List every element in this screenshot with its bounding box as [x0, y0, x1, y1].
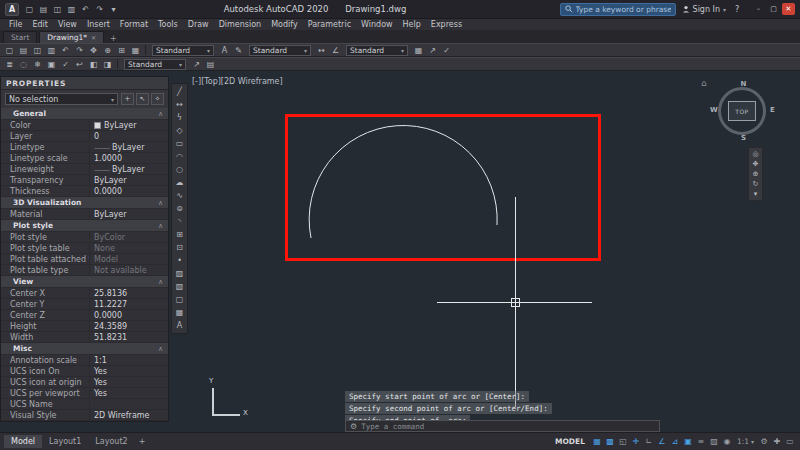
save-icon[interactable]: ◫	[31, 44, 44, 56]
region-tool-icon[interactable]: ▢	[172, 293, 187, 306]
zoom-icon[interactable]: ⊕	[749, 169, 762, 179]
property-row-plot-table-attached-to[interactable]: Plot table attached toModel	[1, 254, 168, 265]
property-row-width[interactable]: Width51.8231	[1, 332, 168, 343]
point-tool-icon[interactable]: •	[172, 254, 187, 267]
property-row-transparency[interactable]: TransparencyByLayer	[1, 175, 168, 186]
property-row-ucs-per-viewport[interactable]: UCS per viewportYes	[1, 388, 168, 399]
insert-block-tool-icon[interactable]: ⊞	[172, 228, 187, 241]
property-row-center-x[interactable]: Center X25.8136	[1, 288, 168, 299]
select-objects-button[interactable]: ↖	[136, 93, 149, 105]
text-style-combo[interactable]: Standard▾	[152, 45, 214, 56]
app-logo[interactable]: A	[5, 3, 19, 16]
command-line[interactable]: ⚙	[345, 420, 660, 432]
toggle-pickadd-button[interactable]: +	[121, 93, 134, 105]
pan-realtime-icon[interactable]: ✥	[87, 44, 100, 56]
property-row-thickness[interactable]: Thickness0.0000	[1, 186, 168, 197]
menu-tools[interactable]: Tools	[153, 20, 183, 29]
table-tool-icon[interactable]: ▦	[172, 306, 187, 319]
plot-icon[interactable]: ▥	[65, 3, 78, 15]
layout-tab-layout2[interactable]: Layout2	[88, 435, 134, 448]
new-drawing-tab-button[interactable]: +	[106, 34, 121, 43]
command-input[interactable]	[361, 422, 655, 431]
drawing-workspace[interactable]: [-][Top][2D Wireframe] ⌂ N S W E TOP ◎✥⊕…	[0, 71, 800, 432]
section-header-misc[interactable]: Misc∧	[1, 343, 168, 355]
viewcube-west[interactable]: W	[710, 106, 718, 114]
add-leader-icon[interactable]: ↗	[190, 58, 203, 70]
menu-insert[interactable]: Insert	[82, 20, 115, 29]
ellipse-arc-tool-icon[interactable]: ◝	[172, 215, 187, 228]
layer-isolate-icon[interactable]: ◨	[101, 58, 114, 70]
viewport-controls-label[interactable]: [-][Top][2D Wireframe]	[192, 77, 283, 86]
revision-cloud-tool-icon[interactable]: ☁	[172, 176, 187, 189]
viewcube-north[interactable]: N	[741, 80, 747, 88]
property-row-plot-table-type[interactable]: Plot table typeNot available	[1, 265, 168, 276]
layer-lock-icon[interactable]: ▣	[45, 58, 58, 70]
property-row-linetype[interactable]: Linetype———ByLayer	[1, 142, 168, 153]
property-row-center-z[interactable]: Center Z0.0000	[1, 310, 168, 321]
ellipse-tool-icon[interactable]: ⊜	[172, 202, 187, 215]
construction-line-tool-icon[interactable]: ↔	[172, 98, 187, 111]
property-row-annotation-scale[interactable]: Annotation scale1:1	[1, 355, 168, 366]
layer-freeze-icon[interactable]: ❄	[31, 58, 44, 70]
dimension-style-combo[interactable]: Standard▾	[249, 45, 311, 56]
arc-tool-icon[interactable]: ◠	[172, 150, 187, 163]
table-style-combo[interactable]: Standard▾	[346, 45, 408, 56]
table-icon[interactable]: ▦	[412, 44, 425, 56]
infer-constraints-toggle[interactable]: ◱	[617, 436, 629, 448]
spline-tool-icon[interactable]: ∿	[172, 189, 187, 202]
new-file-icon[interactable]: ▢	[23, 3, 36, 15]
property-row-ucs-icon-at-origin[interactable]: UCS icon at originYes	[1, 377, 168, 388]
annotate-icon[interactable]: ✎	[232, 44, 245, 56]
property-row-color[interactable]: ColorByLayer	[1, 120, 168, 131]
polyline-tool-icon[interactable]: ϟ	[172, 111, 187, 124]
property-row-plot-style[interactable]: Plot styleByColor	[1, 232, 168, 243]
open-file-icon[interactable]: ▤	[37, 3, 50, 15]
undo-icon[interactable]: ↶	[79, 3, 92, 15]
multileader-style-combo[interactable]: Standard▾	[124, 59, 186, 70]
redo-icon[interactable]: ↷	[93, 3, 106, 15]
menu-format[interactable]: Format	[115, 20, 153, 29]
property-row-material[interactable]: MaterialByLayer	[1, 209, 168, 220]
file-tab-start[interactable]: Start	[3, 31, 37, 43]
layout-tab-model[interactable]: Model	[4, 435, 42, 448]
menu-express[interactable]: Express	[426, 20, 467, 29]
layout-tab-layout1[interactable]: Layout1	[42, 435, 88, 448]
section-header-general[interactable]: General∧	[1, 108, 168, 120]
orbit-icon[interactable]: ↻	[749, 179, 762, 189]
navbar-menu-icon[interactable]: ▾	[749, 189, 762, 199]
new-layout-button[interactable]: +	[135, 435, 150, 448]
menu-edit[interactable]: Edit	[27, 20, 53, 29]
angular-dimension-icon[interactable]: ∠	[329, 44, 342, 56]
match-properties-icon[interactable]: ✓	[440, 44, 453, 56]
file-tab-drawing1[interactable]: Drawing1*✕	[39, 31, 104, 43]
linear-dimension-icon[interactable]: ↔	[315, 44, 328, 56]
gradient-tool-icon[interactable]: ▧	[172, 280, 187, 293]
property-row-ucs-icon-on[interactable]: UCS icon OnYes	[1, 366, 168, 377]
rectangle-tool-icon[interactable]: ▭	[172, 137, 187, 150]
quick-select-button[interactable]: ✧	[151, 93, 164, 105]
menu-file[interactable]: File	[4, 20, 27, 29]
layer-walk-icon[interactable]: ◧	[87, 58, 100, 70]
object-snap-tracking-toggle[interactable]: ⊿	[669, 436, 681, 448]
property-row-layer[interactable]: Layer0	[1, 131, 168, 142]
property-row-plot-style-table[interactable]: Plot style tableNone	[1, 243, 168, 254]
annotation-scale-button[interactable]: 1:1▾	[734, 436, 757, 448]
command-customize-icon[interactable]: ⚙	[350, 422, 357, 431]
polar-tracking-toggle[interactable]: ∠	[656, 436, 668, 448]
maximize-button[interactable]: ▢	[767, 3, 780, 15]
pan-icon[interactable]: ✥	[749, 159, 762, 169]
menu-view[interactable]: View	[53, 20, 82, 29]
property-row-ucs-name[interactable]: UCS Name	[1, 399, 168, 410]
hatch-tool-icon[interactable]: ▨	[172, 267, 187, 280]
clean-screen-toggle[interactable]: ▭	[784, 436, 796, 448]
layer-previous-icon[interactable]: ↩	[73, 58, 86, 70]
zoom-realtime-icon[interactable]: ⊕	[101, 44, 114, 56]
section-header-view[interactable]: View∧	[1, 276, 168, 288]
menu-modify[interactable]: Modify	[266, 20, 303, 29]
multileader-icon[interactable]: ↗	[426, 44, 439, 56]
navigation-wheel-icon[interactable]: ◎	[749, 149, 762, 159]
redo-icon[interactable]: ↷	[73, 44, 86, 56]
quick-access-menu-icon[interactable]: ▾	[107, 3, 120, 15]
lineweight-toggle[interactable]: ≡	[695, 436, 707, 448]
close-button[interactable]: ✕	[782, 3, 795, 15]
